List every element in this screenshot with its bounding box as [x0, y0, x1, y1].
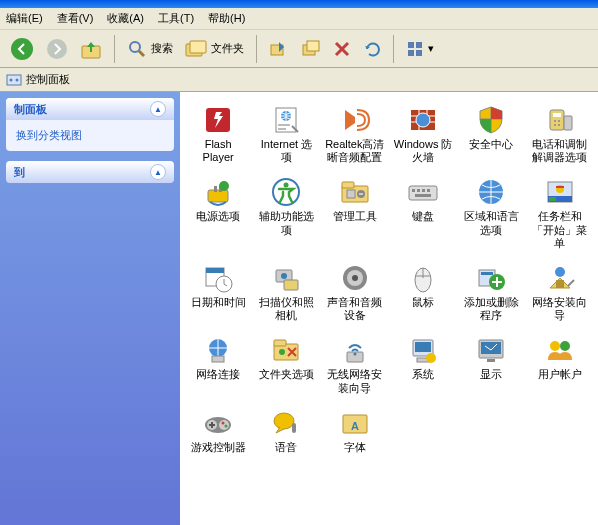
svg-point-27 [558, 120, 560, 122]
phone-icon [544, 104, 576, 136]
svg-rect-47 [415, 194, 431, 197]
cp-item-inet[interactable]: Internet 选项 [254, 102, 318, 166]
cp-item-speech[interactable]: 语音 [254, 405, 318, 456]
cp-item-netsetup[interactable]: 网络安装向导 [528, 260, 592, 324]
views-icon [406, 40, 426, 58]
svg-rect-43 [412, 189, 415, 192]
item-label: 键盘 [412, 210, 434, 223]
svg-line-4 [139, 51, 144, 56]
item-label: Flash Player [188, 138, 248, 164]
svg-rect-31 [208, 190, 228, 202]
taskbar-icon [544, 176, 576, 208]
access-icon [270, 176, 302, 208]
search-button[interactable]: 搜索 [123, 34, 177, 64]
svg-point-90 [274, 413, 294, 429]
item-label: 无线网络安装向导 [325, 368, 385, 394]
control-panel-icon [6, 72, 22, 88]
cp-item-users[interactable]: 用户帐户 [528, 332, 592, 396]
cp-item-flash[interactable]: Flash Player [186, 102, 250, 166]
region-icon [475, 176, 507, 208]
cp-item-game[interactable]: 游戏控制器 [186, 405, 250, 456]
svg-rect-13 [416, 50, 422, 56]
menu-view[interactable]: 查看(V) [57, 11, 94, 26]
search-label: 搜索 [151, 41, 173, 56]
delete-icon [333, 40, 351, 58]
menu-edit[interactable]: 编辑(E) [6, 11, 43, 26]
svg-point-36 [284, 183, 289, 188]
search-icon [127, 39, 147, 59]
cp-item-scanner[interactable]: 扫描仪和照相机 [254, 260, 318, 324]
svg-rect-25 [553, 113, 561, 117]
svg-rect-77 [415, 342, 431, 352]
undo-button[interactable] [359, 34, 385, 64]
svg-rect-91 [292, 423, 296, 433]
cp-item-wireless[interactable]: 无线网络安装向导 [323, 332, 387, 396]
forward-button[interactable] [42, 34, 72, 64]
folderopt-icon [270, 334, 302, 366]
svg-rect-41 [359, 193, 363, 195]
separator [114, 35, 115, 63]
cp-item-sound[interactable]: 声音和音频设备 [323, 260, 387, 324]
cp-item-fonts[interactable]: A字体 [323, 405, 387, 456]
up-button[interactable] [76, 34, 106, 64]
svg-point-26 [554, 120, 556, 122]
cp-item-mouse[interactable]: 鼠标 [391, 260, 455, 324]
item-label: 安全中心 [469, 138, 513, 151]
svg-rect-11 [416, 42, 422, 48]
power-icon [202, 176, 234, 208]
cp-item-folderopt[interactable]: 文件夹选项 [254, 332, 318, 396]
menu-favorites[interactable]: 收藏(A) [107, 11, 144, 26]
collapse-button[interactable]: ▲ [150, 101, 166, 117]
sidebar-panel-cp: 制面板 ▲ 换到分类视图 [6, 98, 174, 151]
cp-item-system[interactable]: 系统 [391, 332, 455, 396]
item-label: 文件夹选项 [259, 368, 314, 381]
switch-view-link[interactable]: 换到分类视图 [16, 129, 82, 141]
cp-item-keyboard[interactable]: 键盘 [391, 174, 455, 252]
move-button[interactable] [265, 34, 293, 64]
mouse-icon [407, 262, 439, 294]
svg-rect-12 [408, 50, 414, 56]
svg-rect-10 [408, 42, 414, 48]
svg-point-3 [130, 42, 140, 52]
cp-item-netconn[interactable]: 网络连接 [186, 332, 250, 396]
cp-item-display[interactable]: 显示 [459, 332, 523, 396]
cp-item-realtek[interactable]: Realtek高清晰音频配置 [323, 102, 387, 166]
address-label: 控制面板 [26, 72, 70, 87]
menu-tools[interactable]: 工具(T) [158, 11, 194, 26]
netconn-icon [202, 334, 234, 366]
copy-button[interactable] [297, 34, 325, 64]
delete-button[interactable] [329, 34, 355, 64]
cp-item-firewall[interactable]: Windows 防火墙 [391, 102, 455, 166]
netsetup-icon [544, 262, 576, 294]
cp-item-power[interactable]: 电源选项 [186, 174, 250, 252]
sidebar-panel-see-also: 到 ▲ [6, 161, 174, 183]
views-button[interactable]: ▾ [402, 34, 438, 64]
cp-item-taskbar[interactable]: 任务栏和「开始」菜单 [528, 174, 592, 252]
item-label: 显示 [480, 368, 502, 381]
svg-rect-30 [564, 116, 572, 130]
back-button[interactable] [6, 34, 38, 64]
svg-point-16 [16, 78, 19, 81]
menu-help[interactable]: 帮助(H) [208, 11, 245, 26]
item-label: 鼠标 [412, 296, 434, 309]
collapse-button[interactable]: ▲ [150, 164, 166, 180]
flash-icon [202, 104, 234, 136]
folders-button[interactable]: 文件夹 [181, 34, 248, 64]
keyboard-icon [407, 176, 439, 208]
svg-rect-72 [274, 340, 286, 346]
up-folder-icon [80, 38, 102, 60]
item-label: 声音和音频设备 [325, 296, 385, 322]
cp-item-datetime[interactable]: 日期和时间 [186, 260, 250, 324]
item-label: 任务栏和「开始」菜单 [530, 210, 590, 250]
cp-item-shield[interactable]: 安全中心 [459, 102, 523, 166]
cp-item-phone[interactable]: 电话和调制解调器选项 [528, 102, 592, 166]
cp-item-region[interactable]: 区域和语言选项 [459, 174, 523, 252]
datetime-icon [202, 262, 234, 294]
svg-text:A: A [351, 420, 359, 432]
firewall-icon [407, 104, 439, 136]
cp-item-addremove[interactable]: 添加或删除程序 [459, 260, 523, 324]
cp-item-access[interactable]: 辅助功能选项 [254, 174, 318, 252]
svg-point-88 [222, 421, 225, 424]
svg-point-0 [11, 38, 33, 60]
cp-item-admin[interactable]: 管理工具 [323, 174, 387, 252]
